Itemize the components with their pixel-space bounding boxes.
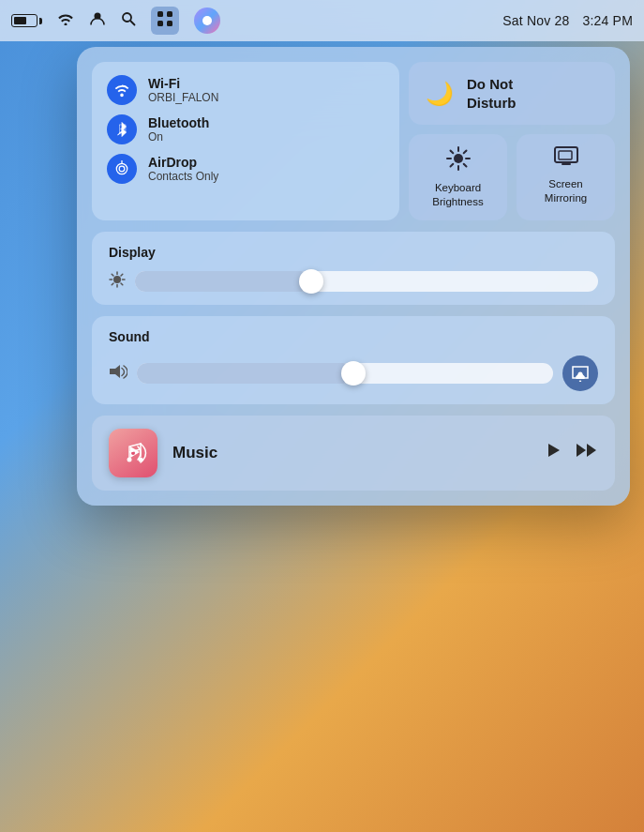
- music-label: Music: [172, 444, 529, 462]
- music-fast-forward-button[interactable]: [576, 441, 598, 464]
- menubar-time: 3:24 PM: [582, 13, 633, 28]
- brightness-thumb[interactable]: [299, 269, 323, 294]
- sound-section: Sound: [92, 316, 615, 404]
- moon-icon: 🌙: [426, 81, 454, 107]
- top-row: Wi-Fi ORBI_FALON ⌹ Bluetooth On: [92, 62, 615, 220]
- svg-point-38: [127, 457, 132, 461]
- svg-line-32: [121, 274, 123, 276]
- bluetooth-text: Bluetooth On: [148, 115, 209, 144]
- volume-slider[interactable]: [137, 363, 553, 384]
- bluetooth-status: On: [148, 130, 209, 144]
- svg-rect-6: [167, 21, 172, 26]
- music-play-button[interactable]: [544, 441, 562, 464]
- screen-mirroring-label: ScreenMirroring: [545, 177, 587, 205]
- svg-point-12: [454, 154, 463, 163]
- svg-point-1: [123, 13, 131, 22]
- siri-menubar-icon[interactable]: [194, 8, 220, 34]
- svg-marker-42: [577, 444, 586, 457]
- airdrop-status: Contacts Only: [148, 170, 218, 183]
- svg-point-10: [119, 166, 125, 172]
- menubar-date: Sat Nov 28: [502, 13, 569, 28]
- svg-line-19: [463, 151, 466, 154]
- wifi-ssid: ORBI_FALON: [148, 91, 218, 104]
- svg-rect-22: [559, 151, 572, 159]
- wifi-item[interactable]: Wi-Fi ORBI_FALON: [107, 75, 384, 105]
- keyboard-brightness-tile[interactable]: KeyboardBrightness: [409, 134, 507, 220]
- control-center-panel: Wi-Fi ORBI_FALON ⌹ Bluetooth On: [77, 47, 630, 506]
- svg-line-17: [450, 151, 453, 154]
- svg-rect-4: [167, 11, 172, 17]
- display-section: Display: [92, 232, 615, 305]
- battery-icon: [11, 14, 42, 27]
- keyboard-brightness-icon: [445, 145, 472, 175]
- search-menubar-icon[interactable]: [121, 11, 136, 30]
- airdrop-icon-circle: [107, 154, 137, 184]
- volume-fill: [137, 363, 353, 384]
- bluetooth-item[interactable]: ⌹ Bluetooth On: [107, 114, 384, 144]
- svg-line-20: [450, 164, 453, 167]
- svg-point-7: [202, 16, 212, 25]
- music-card: Music: [92, 416, 615, 491]
- svg-line-2: [131, 22, 135, 25]
- svg-point-39: [139, 457, 143, 461]
- user-menubar-icon[interactable]: [89, 10, 106, 31]
- menu-bar: Sat Nov 28 3:24 PM: [0, 0, 644, 41]
- brightness-icon: [109, 271, 126, 292]
- svg-line-33: [112, 283, 113, 285]
- svg-rect-5: [157, 21, 163, 26]
- brightness-fill: [135, 271, 311, 292]
- svg-text:⌹: ⌹: [119, 122, 127, 135]
- screen-mirroring-tile[interactable]: ScreenMirroring: [517, 134, 615, 220]
- wifi-text: Wi-Fi ORBI_FALON: [148, 76, 218, 104]
- control-center-menubar-icon[interactable]: [151, 7, 179, 35]
- volume-slider-row: [109, 355, 598, 391]
- svg-rect-3: [157, 11, 163, 17]
- menubar-right: Sat Nov 28 3:24 PM: [502, 13, 633, 28]
- right-column: 🌙 Do NotDisturb: [409, 62, 615, 220]
- svg-marker-35: [577, 380, 584, 382]
- volume-thumb[interactable]: [341, 361, 366, 386]
- sound-title: Sound: [109, 329, 598, 344]
- wifi-menubar-icon[interactable]: [57, 12, 74, 29]
- svg-line-18: [463, 164, 466, 167]
- menubar-left: [11, 7, 220, 35]
- volume-icon: [109, 363, 127, 384]
- network-tile: Wi-Fi ORBI_FALON ⌹ Bluetooth On: [92, 62, 399, 220]
- svg-marker-34: [110, 365, 120, 378]
- keyboard-brightness-label: KeyboardBrightness: [432, 181, 483, 209]
- svg-line-31: [121, 283, 123, 285]
- small-tiles: KeyboardBrightness ScreenMirroring: [409, 134, 615, 220]
- svg-marker-43: [587, 444, 596, 457]
- dnd-label: Do NotDisturb: [467, 75, 517, 112]
- bluetooth-icon-circle: ⌹: [107, 114, 137, 144]
- screen-mirroring-icon: [553, 145, 579, 172]
- display-title: Display: [109, 245, 598, 260]
- do-not-disturb-tile[interactable]: 🌙 Do NotDisturb: [409, 62, 615, 125]
- airdrop-text: AirDrop Contacts Only: [148, 155, 218, 183]
- wifi-label: Wi-Fi: [148, 76, 218, 91]
- music-controls: [544, 441, 598, 464]
- svg-line-30: [112, 274, 113, 276]
- airdrop-item[interactable]: AirDrop Contacts Only: [107, 154, 384, 184]
- music-app-icon: [109, 429, 157, 477]
- svg-marker-41: [548, 444, 560, 457]
- brightness-slider-row: [109, 271, 598, 292]
- brightness-slider[interactable]: [135, 271, 598, 292]
- svg-point-25: [113, 276, 121, 283]
- airplay-button[interactable]: [562, 355, 598, 391]
- wifi-icon-circle: [107, 75, 137, 105]
- bluetooth-label: Bluetooth: [148, 115, 209, 130]
- airdrop-label: AirDrop: [148, 155, 218, 170]
- svg-point-9: [116, 163, 127, 174]
